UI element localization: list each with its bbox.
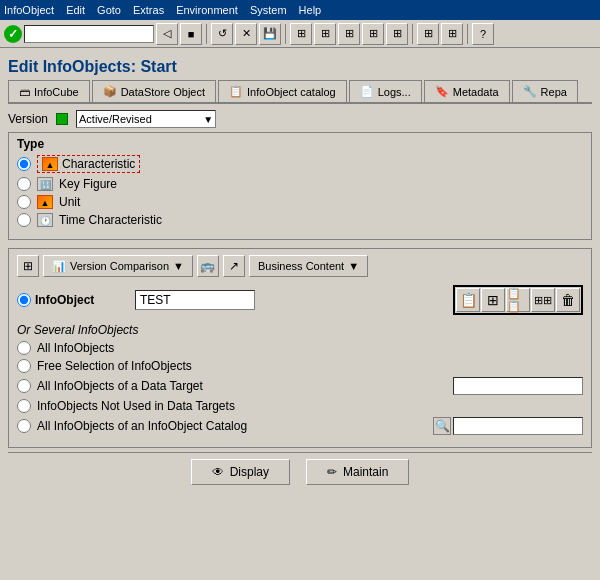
menu-extras[interactable]: Extras — [133, 4, 164, 16]
version-select[interactable]: Active/Revised ▼ — [76, 110, 216, 128]
characteristic-label: Characteristic — [62, 157, 135, 171]
all-infoobjects-radio[interactable] — [17, 341, 31, 355]
repa-icon: 🔧 — [523, 85, 537, 98]
tab-logs-label: Logs... — [378, 86, 411, 98]
tab-datastore-label: DataStore Object — [121, 86, 205, 98]
unit-radio[interactable] — [17, 195, 31, 209]
vb-icon1-btn[interactable]: ⊞ — [17, 255, 39, 277]
version-select-value: Active/Revised — [79, 113, 152, 125]
tab-infocube[interactable]: 🗃 InfoCube — [8, 80, 90, 102]
not-used-row[interactable]: InfoObjects Not Used in Data Targets — [17, 399, 583, 413]
io-btn-multi[interactable]: ⊞⊞ — [531, 288, 555, 312]
menu-help[interactable]: Help — [299, 4, 322, 16]
data-target-radio[interactable] — [17, 379, 31, 393]
toolbar-input[interactable] — [24, 25, 154, 43]
toolbar-sep2 — [285, 24, 286, 44]
catalog-label: All InfoObjects of an InfoObject Catalog — [37, 419, 247, 433]
io-btn-copy[interactable]: 📋 — [456, 288, 480, 312]
toolbar-cancel-btn[interactable]: ✕ — [235, 23, 257, 45]
type-unit-row[interactable]: ▲ Unit — [17, 195, 583, 209]
timechar-radio[interactable] — [17, 213, 31, 227]
io-btn-paste[interactable]: 📋📋 — [506, 288, 530, 312]
catalog-input[interactable] — [453, 417, 583, 435]
maintain-icon: ✏ — [327, 465, 337, 479]
keyfigure-radio[interactable] — [17, 177, 31, 191]
toolbar-sep4 — [467, 24, 468, 44]
toolbar-btn5[interactable]: ⊞ — [314, 23, 336, 45]
toolbar-btn10[interactable]: ⊞ — [441, 23, 463, 45]
catalog-icon: 📋 — [229, 85, 243, 98]
version-row: Version Active/Revised ▼ — [8, 110, 592, 128]
metadata-icon: 🔖 — [435, 85, 449, 98]
tab-logs[interactable]: 📄 Logs... — [349, 80, 422, 102]
toolbar-refresh-btn[interactable]: ↺ — [211, 23, 233, 45]
infoobject-radio[interactable] — [17, 293, 31, 307]
menu-goto[interactable]: Goto — [97, 4, 121, 16]
io-btn-delete[interactable]: 🗑 — [556, 288, 580, 312]
infoobject-input[interactable] — [135, 290, 255, 310]
menu-environment[interactable]: Environment — [176, 4, 238, 16]
type-characteristic-row[interactable]: ▲ Characteristic — [17, 155, 583, 173]
tab-catalog-label: InfoObject catalog — [247, 86, 336, 98]
characteristic-selected-box: ▲ Characteristic — [37, 155, 140, 173]
toolbar: ✓ ◁ ■ ↺ ✕ 💾 ⊞ ⊞ ⊞ ⊞ ⊞ ⊞ ⊞ ? — [0, 20, 600, 48]
version-comparison-label: Version Comparison — [70, 260, 169, 272]
catalog-search-icon[interactable]: 🔍 — [433, 417, 451, 435]
io-btn-new[interactable]: ⊞ — [481, 288, 505, 312]
main-content: Edit InfoObjects: Start 🗃 InfoCube 📦 Dat… — [0, 48, 600, 493]
toolbar-btn8[interactable]: ⊞ — [386, 23, 408, 45]
free-selection-radio[interactable] — [17, 359, 31, 373]
timechar-icon: 🕐 — [37, 213, 53, 227]
chevron-down-icon: ▼ — [203, 114, 213, 125]
toolbar-nav1-btn[interactable]: ■ — [180, 23, 202, 45]
type-keyfigure-row[interactable]: 🔢 Key Figure — [17, 177, 583, 191]
toolbar-btn7[interactable]: ⊞ — [362, 23, 384, 45]
toolbar-help-btn[interactable]: ? — [472, 23, 494, 45]
free-selection-row[interactable]: Free Selection of InfoObjects — [17, 359, 583, 373]
datastore-icon: 📦 — [103, 85, 117, 98]
toolbar-btn6[interactable]: ⊞ — [338, 23, 360, 45]
tab-infoobjectcatalog[interactable]: 📋 InfoObject catalog — [218, 80, 347, 102]
toolbar-sep3 — [412, 24, 413, 44]
version-status-indicator — [56, 113, 68, 125]
sap-check-icon[interactable]: ✓ — [4, 25, 22, 43]
business-content-arrow: ▼ — [348, 260, 359, 272]
free-selection-label: Free Selection of InfoObjects — [37, 359, 192, 373]
or-several-label: Or Several InfoObjects — [17, 323, 583, 337]
menu-edit[interactable]: Edit — [66, 4, 85, 16]
vb-toolbar: ⊞ 📊 Version Comparison ▼ 🚌 ↗ Business Co… — [17, 255, 583, 277]
bottom-action-buttons: 👁 Display ✏ Maintain — [8, 452, 592, 489]
toolbar-save-btn[interactable]: 💾 — [259, 23, 281, 45]
unit-icon: ▲ — [37, 195, 53, 209]
tab-datastore[interactable]: 📦 DataStore Object — [92, 80, 216, 102]
vb-icon3-btn[interactable]: ↗ — [223, 255, 245, 277]
type-timechar-row[interactable]: 🕐 Time Characteristic — [17, 213, 583, 227]
display-button[interactable]: 👁 Display — [191, 459, 290, 485]
infoobject-radio-row[interactable] — [17, 293, 31, 307]
not-used-radio[interactable] — [17, 399, 31, 413]
keyfigure-label: Key Figure — [59, 177, 117, 191]
menu-infoobject[interactable]: InfoObject — [4, 4, 54, 16]
version-comparison-btn[interactable]: 📊 Version Comparison ▼ — [43, 255, 193, 277]
menu-system[interactable]: System — [250, 4, 287, 16]
characteristic-radio[interactable] — [17, 157, 31, 171]
toolbar-btn9[interactable]: ⊞ — [417, 23, 439, 45]
catalog-icon-input: 🔍 — [433, 417, 583, 435]
toolbar-back-btn[interactable]: ◁ — [156, 23, 178, 45]
maintain-button[interactable]: ✏ Maintain — [306, 459, 409, 485]
toolbar-btn4[interactable]: ⊞ — [290, 23, 312, 45]
tab-repa[interactable]: 🔧 Repa — [512, 80, 578, 102]
data-target-input[interactable] — [453, 377, 583, 395]
page-title: Edit InfoObjects: Start — [8, 52, 592, 80]
unit-label: Unit — [59, 195, 80, 209]
catalog-radio[interactable] — [17, 419, 31, 433]
tab-metadata[interactable]: 🔖 Metadata — [424, 80, 510, 102]
characteristic-icon: ▲ — [42, 157, 58, 171]
all-infoobjects-row[interactable]: All InfoObjects — [17, 341, 583, 355]
business-content-btn[interactable]: Business Content ▼ — [249, 255, 368, 277]
version-comparison-arrow: ▼ — [173, 260, 184, 272]
catalog-row: All InfoObjects of an InfoObject Catalog… — [17, 417, 583, 435]
vb-icon2-btn[interactable]: 🚌 — [197, 255, 219, 277]
infoobject-label: InfoObject — [35, 293, 135, 307]
tab-metadata-label: Metadata — [453, 86, 499, 98]
